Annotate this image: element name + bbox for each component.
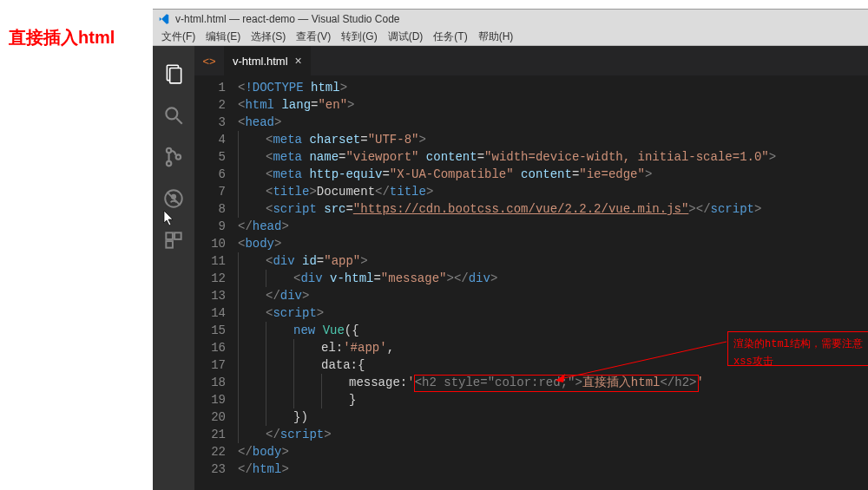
code-line[interactable]: <script>	[238, 304, 868, 322]
line-number: 13	[194, 287, 226, 304]
code-line[interactable]: <title>Document</title>	[238, 183, 868, 200]
line-number: 11	[194, 252, 226, 270]
page-heading: 直接插入html	[9, 26, 115, 49]
svg-rect-1	[170, 69, 181, 83]
line-number: 22	[194, 443, 226, 461]
line-number: 16	[194, 339, 226, 356]
code-line[interactable]: </head>	[238, 218, 868, 235]
line-number: 5	[194, 148, 226, 166]
code-line[interactable]: <div v-html="message"></div>	[238, 270, 868, 287]
code-line[interactable]: </body>	[238, 443, 868, 461]
menu-help[interactable]: 帮助(H)	[473, 29, 519, 44]
close-icon[interactable]: ×	[295, 54, 302, 68]
line-number: 4	[194, 131, 226, 148]
line-number: 3	[194, 114, 226, 131]
code-line[interactable]: }	[238, 391, 868, 408]
line-number: 15	[194, 322, 226, 339]
activity-bar	[153, 46, 194, 490]
line-number: 7	[194, 183, 226, 200]
code-line[interactable]: <meta name="viewport" content="width=dev…	[238, 148, 868, 166]
menu-file[interactable]: 文件(F)	[156, 29, 201, 44]
line-number: 6	[194, 166, 226, 183]
code-line[interactable]: <html lang="en">	[238, 96, 868, 114]
svg-point-6	[176, 154, 181, 159]
code-line[interactable]: <meta charset="UTF-8">	[238, 131, 868, 148]
line-number: 19	[194, 391, 226, 408]
line-number: 21	[194, 426, 226, 443]
line-gutter: 1234567891011121314151617181920212223	[194, 75, 238, 490]
source-control-icon[interactable]	[153, 136, 194, 178]
line-number: 14	[194, 304, 226, 322]
line-number: 2	[194, 96, 226, 114]
code-line[interactable]: <div id="app">	[238, 252, 868, 270]
line-number: 17	[194, 356, 226, 374]
code-line[interactable]: <body>	[238, 235, 868, 252]
mouse-cursor-icon	[161, 209, 177, 231]
tab-label: v-html.html	[233, 55, 288, 68]
editor-area: <> v-html.html × 12345678910111213141516…	[194, 46, 868, 490]
line-number: 12	[194, 270, 226, 287]
svg-rect-10	[166, 232, 173, 239]
code-line[interactable]: <head>	[238, 114, 868, 131]
code-line[interactable]: <!DOCTYPE html>	[238, 79, 868, 96]
line-number: 1	[194, 79, 226, 96]
line-number: 9	[194, 218, 226, 235]
vscode-window: v-html.html — react-demo — Visual Studio…	[153, 9, 868, 490]
window-title: v-html.html — react-demo — Visual Studio…	[175, 13, 400, 25]
code-content[interactable]: <!DOCTYPE html><html lang="en"><head><me…	[238, 75, 868, 490]
menu-select[interactable]: 选择(S)	[246, 29, 291, 44]
code-line[interactable]: </script>	[238, 426, 868, 443]
svg-rect-12	[166, 241, 173, 248]
menu-tasks[interactable]: 任务(T)	[428, 29, 472, 44]
line-number: 10	[194, 235, 226, 252]
tab-vhtml[interactable]: v-html.html ×	[224, 46, 312, 75]
svg-point-5	[167, 161, 171, 166]
code-line[interactable]: })	[238, 408, 868, 426]
search-icon[interactable]	[153, 95, 194, 136]
menu-view[interactable]: 查看(V)	[291, 29, 336, 44]
code-line[interactable]: </html>	[238, 461, 868, 478]
annotation-note: 渲染的html结构，需要注意xss攻击	[727, 331, 868, 366]
line-number: 20	[194, 408, 226, 426]
code-editor[interactable]: 1234567891011121314151617181920212223 <!…	[194, 75, 868, 490]
menu-edit[interactable]: 编辑(E)	[201, 29, 246, 44]
line-number: 23	[194, 461, 226, 478]
explorer-icon[interactable]	[153, 53, 194, 95]
line-number: 18	[194, 374, 226, 391]
menu-debug[interactable]: 调试(D)	[383, 29, 429, 44]
menu-bar: 文件(F) 编辑(E) 选择(S) 查看(V) 转到(G) 调试(D) 任务(T…	[153, 29, 868, 46]
svg-point-9	[172, 195, 175, 199]
vscode-logo-icon	[157, 12, 171, 26]
tab-bar: <> v-html.html ×	[194, 46, 868, 75]
svg-rect-11	[174, 232, 181, 239]
code-line[interactable]: <script src="https://cdn.bootcss.com/vue…	[238, 200, 868, 218]
svg-line-3	[176, 118, 182, 124]
title-bar: v-html.html — react-demo — Visual Studio…	[153, 10, 868, 29]
tab-file-icon: <>	[194, 46, 224, 75]
highlight-box-code	[414, 375, 699, 392]
code-line[interactable]: </div>	[238, 287, 868, 304]
menu-goto[interactable]: 转到(G)	[336, 29, 382, 44]
svg-point-2	[166, 108, 177, 119]
line-number: 8	[194, 200, 226, 218]
svg-point-4	[167, 148, 171, 153]
code-line[interactable]: <meta http-equiv="X-UA-Compatible" conte…	[238, 166, 868, 183]
